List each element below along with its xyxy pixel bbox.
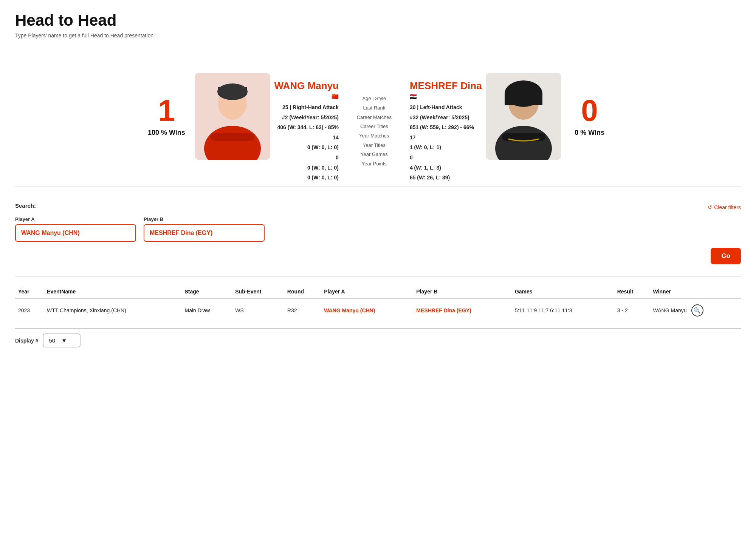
player-a-win-pct: 100 % Wins [148, 129, 185, 137]
page-title: Head to Head [15, 11, 741, 29]
stats-center-labels: Age | Style Last Rank Career Matches Car… [344, 64, 404, 169]
col-player-b: Player B [413, 284, 512, 299]
cell-result: 3 - 2 [614, 299, 650, 322]
comparison-section: 1 100 % Wins WANG Manyu 🇨🇳 [15, 50, 741, 183]
cell-year: 2023 [15, 299, 44, 322]
svg-rect-4 [218, 87, 247, 95]
player-a-year-points: 0 (W: 0, L: 0) [274, 173, 338, 183]
col-sub-event: Sub-Event [232, 284, 284, 299]
display-row: Display # 50 ▼ [15, 328, 741, 352]
cell-event-name: WTT Champions, Xinxiang (CHN) [44, 299, 181, 322]
label-year-matches: Year Matches [344, 131, 404, 141]
col-year: Year [15, 284, 44, 299]
player-b-avatar [486, 73, 561, 160]
player-b-score-block: 0 0 % Wins [565, 96, 614, 137]
player-b-win-pct: 0 % Wins [575, 129, 604, 137]
col-round: Round [284, 284, 321, 299]
search-section: Search: ↺ Clear filters Player A Player … [15, 195, 741, 272]
player-a-career-titles: 14 [274, 133, 338, 143]
label-year-games: Year Games [344, 150, 404, 159]
search-bottom-row: Go [15, 248, 741, 264]
col-player-a: Player A [321, 284, 413, 299]
search-header: Search: ↺ Clear filters [15, 202, 741, 213]
player-a-name-block: WANG Manyu 🇨🇳 [274, 80, 338, 100]
player-b-name-block: MESHREF Dina 🇪🇬 [410, 80, 482, 100]
player-b-year-titles: 0 [410, 153, 482, 163]
col-games: Games [512, 284, 614, 299]
player-a-score-block: 1 100 % Wins [142, 96, 191, 137]
divider-1 [15, 187, 741, 187]
player-a-label: Player A [15, 216, 136, 222]
cell-player-a: WANG Manyu (CHN) [321, 299, 413, 322]
player-b-career-titles: 17 [410, 133, 482, 143]
player-a-year-games: 0 (W: 0, L: 0) [274, 163, 338, 173]
label-age-style: Age | Style [344, 94, 404, 103]
search-label: Search: [15, 202, 36, 209]
label-career-titles: Career Titles [344, 122, 404, 131]
player-a-name: WANG Manyu [274, 80, 338, 92]
table-body: 2023 WTT Champions, Xinxiang (CHN) Main … [15, 299, 741, 322]
player-b-name: MESHREF Dina [410, 80, 482, 92]
player-a-stats-block: WANG Manyu 🇨🇳 25 | Right-Hand Attack #2 … [274, 50, 344, 183]
player-b-last-rank: #32 (Week/Year: 5/2025) [410, 113, 482, 123]
search-row-icon[interactable]: 🔍 [691, 304, 703, 316]
search-row: Player A Player B [15, 216, 741, 242]
player-a-flag: 🇨🇳 [274, 93, 338, 100]
label-year-points: Year Points [344, 159, 404, 169]
player-b-career-matches: 851 (W: 559, L: 292) - 66% [410, 122, 482, 133]
player-b-year-points: 65 (W: 26, L: 39) [410, 173, 482, 183]
divider-2 [15, 276, 741, 276]
display-label: Display # [15, 338, 38, 344]
go-button[interactable]: Go [711, 248, 741, 264]
label-last-rank: Last Rank [344, 103, 404, 113]
player-a-score: 1 [158, 96, 175, 126]
results-table: Year EventName Stage Sub-Event Round Pla… [15, 284, 741, 323]
cell-player-b: MESHREF Dina (EGY) [413, 299, 512, 322]
clear-filters-button[interactable]: ↺ Clear filters [708, 204, 741, 210]
refresh-icon: ↺ [708, 204, 712, 210]
display-select[interactable]: 50 ▼ [43, 333, 81, 347]
cell-stage: Main Draw [181, 299, 232, 322]
player-a-year-matches: 0 (W: 0, L: 0) [274, 142, 338, 153]
table-header-row: Year EventName Stage Sub-Event Round Pla… [15, 284, 741, 299]
player-b-score: 0 [581, 96, 598, 126]
player-b-flag: 🇪🇬 [410, 93, 482, 100]
player-a-input[interactable] [15, 224, 136, 242]
player-a-last-rank: #2 (Week/Year: 5/2025) [274, 113, 338, 123]
player-b-year-games: 4 (W: 1, L: 3) [410, 163, 482, 173]
player-a-career-matches: 406 (W: 344, L: 62) - 85% [274, 122, 338, 133]
cell-sub-event: WS [232, 299, 284, 322]
label-year-titles: Year Titles [344, 141, 404, 150]
display-value: 50 [49, 337, 55, 344]
clear-filters-label: Clear filters [714, 204, 741, 210]
cell-round: R32 [284, 299, 321, 322]
svg-rect-11 [502, 133, 545, 141]
col-winner: Winner [650, 284, 741, 299]
svg-rect-10 [505, 94, 542, 105]
player-b-label: Player B [144, 216, 265, 222]
player-a-photo [191, 73, 274, 160]
player-b-stats-block: MESHREF Dina 🇪🇬 30 | Left-Hand Attack #3… [404, 50, 482, 183]
col-result: Result [614, 284, 650, 299]
cell-games: 5:11 11:9 11:7 6:11 11:8 [512, 299, 614, 322]
player-a-age-style: 25 | Right-Hand Attack [274, 102, 338, 113]
player-b-age-style: 30 | Left-Hand Attack [410, 102, 482, 113]
player-a-year-titles: 0 [274, 153, 338, 163]
svg-rect-5 [211, 133, 254, 141]
player-b-year-matches: 1 (W: 0, L: 1) [410, 142, 482, 153]
player-b-input[interactable] [144, 224, 265, 242]
col-stage: Stage [181, 284, 232, 299]
page-subtitle: Type Players' name to get a full Head to… [15, 32, 741, 39]
search-field-b: Player B [144, 216, 265, 242]
table-header: Year EventName Stage Sub-Event Round Pla… [15, 284, 741, 299]
chevron-down-icon: ▼ [61, 337, 67, 344]
cell-winner: WANG Manyu 🔍 [650, 299, 741, 322]
search-field-a: Player A [15, 216, 136, 242]
label-career-matches: Career Matches [344, 113, 404, 122]
col-event-name: EventName [44, 284, 181, 299]
table-row: 2023 WTT Champions, Xinxiang (CHN) Main … [15, 299, 741, 322]
player-a-avatar [195, 73, 270, 160]
player-b-photo [482, 73, 565, 160]
